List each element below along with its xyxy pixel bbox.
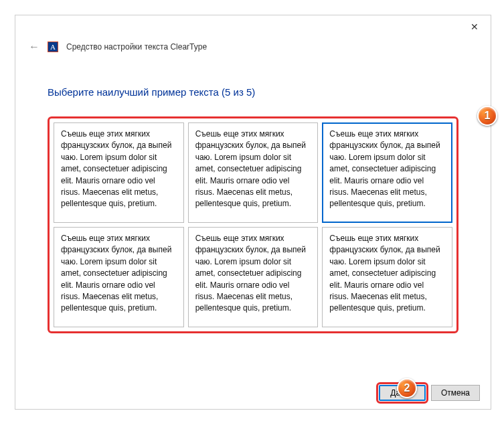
app-title: Средство настройки текста ClearType <box>66 42 207 52</box>
app-icon: A <box>48 41 58 52</box>
close-button[interactable]: ✕ <box>461 17 488 36</box>
dialog-footer: Далее Отмена <box>379 385 480 401</box>
annotation-badge-2: 2 <box>397 378 417 398</box>
text-sample-3[interactable]: Съешь еще этих мягких французских булок,… <box>322 122 452 223</box>
page-heading: Выберите наилучший пример текста (5 из 5… <box>48 86 458 98</box>
text-sample-6[interactable]: Съешь еще этих мягких французских булок,… <box>322 227 452 327</box>
back-arrow-icon[interactable]: ← <box>29 41 39 52</box>
cancel-button[interactable]: Отмена <box>431 385 480 401</box>
text-sample-4[interactable]: Съешь еще этих мягких французских булок,… <box>54 227 184 327</box>
text-sample-2[interactable]: Съешь еще этих мягких французских булок,… <box>188 122 319 223</box>
content-area: Выберите наилучший пример текста (5 из 5… <box>15 56 491 333</box>
text-sample-1[interactable]: Съешь еще этих мягких французских булок,… <box>54 122 184 223</box>
annotation-badge-1: 1 <box>477 106 497 126</box>
close-icon: ✕ <box>471 21 479 32</box>
sample-grid: Съешь еще этих мягких французских булок,… <box>48 116 458 333</box>
text-sample-5[interactable]: Съешь еще этих мягких французских булок,… <box>188 227 319 327</box>
titlebar: ✕ <box>15 15 491 38</box>
header-row: ← A Средство настройки текста ClearType <box>15 38 491 56</box>
dialog-window: ✕ ← A Средство настройки текста ClearTyp… <box>15 15 491 410</box>
